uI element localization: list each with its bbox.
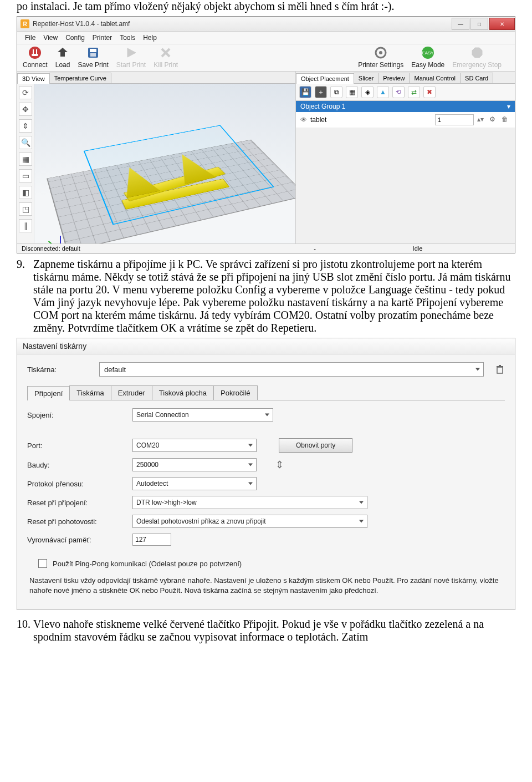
top-view-icon[interactable]: ▭ bbox=[19, 169, 32, 182]
port-select[interactable]: COM20 bbox=[132, 439, 257, 452]
grid-icon[interactable]: ▦ bbox=[346, 86, 358, 98]
menu-printer[interactable]: Printer bbox=[93, 34, 112, 42]
iso-view-icon[interactable]: ◳ bbox=[19, 202, 32, 216]
add-object-icon[interactable]: ＋ bbox=[315, 86, 327, 98]
step-9: 9. Zapneme tiskárnu a připojíme ji k PC.… bbox=[17, 258, 515, 334]
move-z-icon[interactable]: ⇕ bbox=[19, 119, 32, 133]
connection-select[interactable]: Serial Connection bbox=[132, 408, 273, 422]
reset-conn-select[interactable]: DTR low->high->low bbox=[132, 496, 367, 509]
right-tabs: Object Placement Slicer Preview Manual C… bbox=[296, 72, 515, 84]
cut-icon[interactable]: ✖ bbox=[423, 86, 436, 98]
mirror-icon[interactable]: ⇄ bbox=[408, 86, 420, 98]
reset-view-icon[interactable]: ⟳ bbox=[19, 86, 32, 99]
tab-tiskova-plocha[interactable]: Tisková plocha bbox=[152, 385, 214, 400]
tab-3d-view[interactable]: 3D View bbox=[17, 73, 50, 84]
tab-pripojeni[interactable]: Připojení bbox=[27, 386, 70, 400]
copy-object-icon[interactable]: ⧉ bbox=[330, 86, 342, 98]
reset-ready-select[interactable]: Odeslat pohotovostní příkaz a znovu přip… bbox=[132, 515, 367, 528]
close-button[interactable]: ✕ bbox=[489, 18, 515, 30]
object-group-header[interactable]: Object Group 1 ▾ bbox=[296, 101, 515, 112]
tab-pokrocile[interactable]: Pokročilé bbox=[213, 385, 257, 400]
minimize-button[interactable]: — bbox=[452, 18, 469, 30]
menubar: File View Config Printer Tools Help bbox=[17, 32, 515, 44]
center-icon[interactable]: ◈ bbox=[361, 86, 374, 98]
menu-tools[interactable]: Tools bbox=[120, 34, 135, 42]
titlebar: R Repetier-Host V1.0.4 - tablet.amf — □ … bbox=[17, 17, 515, 32]
refresh-ports-button[interactable]: Obnovit porty bbox=[279, 438, 352, 453]
tab-object-placement[interactable]: Object Placement bbox=[296, 73, 354, 84]
main-toolbar: Connect Load Save Print Start Print Kill… bbox=[17, 44, 515, 72]
fit-icon[interactable]: ▦ bbox=[19, 153, 32, 166]
start-print-button: Start Print bbox=[116, 45, 146, 69]
step-10-number: 10. bbox=[17, 618, 33, 643]
step-10: 10. Vlevo nahoře stiskneme velké červené… bbox=[17, 618, 515, 643]
svg-rect-18 bbox=[499, 365, 501, 366]
proto-select[interactable]: Autodetect bbox=[132, 477, 257, 490]
svg-marker-8 bbox=[127, 48, 136, 57]
pingpong-checkbox[interactable] bbox=[38, 559, 47, 568]
save-object-icon[interactable]: 💾 bbox=[299, 86, 311, 98]
svg-point-12 bbox=[379, 51, 382, 54]
load-button[interactable]: Load bbox=[55, 45, 70, 69]
printer-settings-label: Printer Settings bbox=[358, 61, 403, 69]
save-print-button[interactable]: Save Print bbox=[78, 45, 108, 69]
3d-scene[interactable] bbox=[34, 84, 295, 243]
svg-rect-2 bbox=[36, 49, 37, 54]
object-name-label: tablet bbox=[310, 116, 326, 124]
spinner-icon[interactable]: ▴▾ bbox=[477, 115, 486, 124]
left-tabs: 3D View Temperature Curve bbox=[17, 72, 295, 84]
svg-marker-15 bbox=[472, 48, 482, 58]
connect-button[interactable]: Connect bbox=[23, 45, 48, 69]
pingpong-label: Použít Ping-Pong komunikaci (Odelast pou… bbox=[53, 560, 242, 568]
delete-printer-icon[interactable] bbox=[495, 364, 505, 374]
object-row[interactable]: 👁 tablet 1 ▴▾ ⚙ 🗑 bbox=[296, 112, 515, 128]
load-label: Load bbox=[55, 61, 70, 69]
baud-select[interactable]: 250000 bbox=[132, 458, 257, 471]
view-toolbar: ⟳ ✥ ⇕ 🔍 ▦ ▭ ◧ ◳ ∥ bbox=[17, 84, 34, 243]
reset-ready-value: Odeslat pohotovostní příkaz a znovu přip… bbox=[136, 517, 265, 525]
tab-extruder[interactable]: Extruder bbox=[111, 385, 152, 400]
kill-print-label: Kill Print bbox=[154, 61, 178, 69]
gear-icon[interactable]: ⚙ bbox=[489, 115, 498, 124]
menu-view[interactable]: View bbox=[43, 34, 58, 42]
rotate-icon[interactable]: ⟲ bbox=[392, 86, 405, 98]
parallel-icon[interactable]: ∥ bbox=[19, 219, 32, 232]
chevron-down-icon: ▾ bbox=[507, 103, 510, 110]
tab-temperature-curve[interactable]: Temperature Curve bbox=[49, 73, 111, 83]
tab-manual-control[interactable]: Manual Control bbox=[409, 73, 461, 83]
reset-conn-label: Reset při připojení: bbox=[27, 499, 132, 507]
dialog-note: Nastavení tisku vždy odpovídají tiskárně… bbox=[29, 576, 503, 595]
printer-settings-button[interactable]: Printer Settings bbox=[358, 45, 403, 69]
maximize-button[interactable]: □ bbox=[470, 18, 488, 30]
move-icon[interactable]: ✥ bbox=[19, 103, 32, 116]
tab-sd-card[interactable]: SD Card bbox=[460, 73, 493, 83]
baud-label: Baudy: bbox=[27, 461, 132, 469]
tab-preview[interactable]: Preview bbox=[378, 73, 410, 83]
trash-icon[interactable]: 🗑 bbox=[502, 115, 510, 124]
menu-config[interactable]: Config bbox=[65, 34, 85, 42]
menu-file[interactable]: File bbox=[25, 34, 35, 42]
proto-label: Protokol přenosu: bbox=[27, 480, 132, 488]
eye-icon[interactable]: 👁 bbox=[300, 116, 307, 124]
buffer-input[interactable]: 127 bbox=[132, 534, 171, 546]
tab-slicer[interactable]: Slicer bbox=[354, 73, 379, 83]
easy-mode-button[interactable]: EASY Easy Mode bbox=[411, 45, 444, 69]
menu-help[interactable]: Help bbox=[143, 34, 157, 42]
step-10-text: Vlevo nahoře stiskneme velké červené tla… bbox=[33, 618, 515, 643]
right-pane: Object Placement Slicer Preview Manual C… bbox=[296, 72, 515, 243]
save-print-label: Save Print bbox=[78, 61, 108, 69]
connection-value: Serial Connection bbox=[136, 411, 189, 419]
zoom-icon[interactable]: 🔍 bbox=[19, 136, 32, 149]
object-count-input[interactable]: 1 bbox=[435, 114, 474, 125]
status-right: Idle bbox=[413, 245, 510, 252]
svg-rect-17 bbox=[497, 366, 503, 367]
scale-icon[interactable]: ▲ bbox=[377, 86, 389, 98]
front-view-icon[interactable]: ◧ bbox=[19, 186, 32, 199]
reset-ready-label: Reset při pohotovosti: bbox=[27, 517, 132, 526]
svg-text:EASY: EASY bbox=[422, 50, 434, 55]
pingpong-row[interactable]: Použít Ping-Pong komunikaci (Odelast pou… bbox=[38, 559, 505, 568]
printer-value: default bbox=[104, 365, 126, 374]
printer-select[interactable]: default bbox=[99, 362, 484, 377]
repetier-window: R Repetier-Host V1.0.4 - tablet.amf — □ … bbox=[17, 16, 515, 253]
tab-tiskarna[interactable]: Tiskárna bbox=[69, 385, 111, 400]
